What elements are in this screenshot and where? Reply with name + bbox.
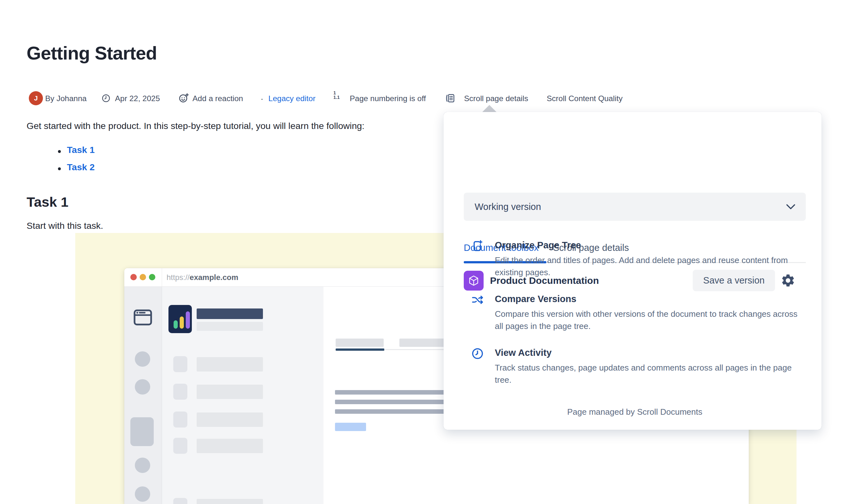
section-heading: Task 1: [26, 194, 68, 210]
page-numbering-icon: 1 1.1: [333, 91, 340, 100]
mock-row-thumb: [173, 384, 187, 400]
mock-avatar-circle: [135, 458, 150, 473]
clock-icon: [101, 94, 111, 103]
bullet-icon: [58, 150, 61, 153]
traffic-light-red-icon: [130, 274, 137, 280]
traffic-lights: [130, 274, 155, 280]
byline-date: Apr 22, 2025: [115, 94, 160, 103]
byline-author: By Johanna: [45, 94, 87, 103]
mock-subtitle-bar: [197, 322, 263, 331]
mock-avatar-circle: [135, 486, 150, 502]
byline-separator: ·: [260, 93, 264, 104]
task-1-link[interactable]: Task 1: [67, 145, 95, 155]
mock-sidebar: [124, 287, 162, 504]
cube-icon: [468, 275, 480, 287]
mock-row-thumb: [173, 356, 187, 372]
mock-title-bar: [197, 309, 263, 319]
mock-app-logo: [168, 305, 192, 333]
mock-active-tab-underline: [336, 348, 384, 351]
organize-page-tree-description: Edit the order and titles of pages. Add …: [495, 254, 802, 278]
chevron-down-icon: [786, 204, 796, 210]
mock-row-thumb: [173, 412, 187, 427]
intro-paragraph: Get started with the product. In this st…: [26, 121, 365, 131]
avatar[interactable]: J: [29, 91, 43, 105]
organize-page-tree-title: Organize Page Tree: [495, 240, 581, 251]
add-reaction-icon: [178, 92, 189, 103]
mock-selected-item: [130, 417, 154, 446]
mock-url-host: example.com: [190, 273, 238, 282]
compare-versions-description: Compare this version with other versions…: [495, 308, 802, 332]
view-activity-icon: [471, 347, 484, 360]
mock-list-panel: [162, 287, 324, 504]
organize-page-tree-icon: [471, 239, 484, 253]
popup-caret-icon: [482, 105, 497, 113]
mock-row-thumb: [173, 498, 187, 504]
task-2-link[interactable]: Task 2: [67, 162, 95, 172]
add-reaction-label: Add a reaction: [192, 94, 243, 103]
compare-versions-icon: [471, 293, 484, 307]
document-toolbox-popup: Document toolbox Scroll page details Pro…: [444, 112, 821, 430]
page-numbering-status[interactable]: Page numbering is off: [350, 94, 426, 103]
avatar-initial: J: [34, 94, 38, 102]
scroll-page-details-icon: [445, 92, 456, 104]
scroll-page-details-button[interactable]: Scroll page details: [464, 94, 528, 103]
section-text: Start with this task.: [26, 220, 103, 231]
version-select-value: Working version: [475, 202, 541, 212]
mock-row-thumb: [173, 438, 187, 454]
mock-blue-button: [335, 423, 366, 431]
mock-tab-bar: [336, 339, 384, 347]
legacy-editor-link[interactable]: Legacy editor: [268, 94, 315, 103]
page-title: Getting Started: [26, 42, 157, 64]
compare-versions-title: Compare Versions: [495, 294, 577, 304]
traffic-light-green-icon: [149, 274, 155, 280]
browser-window-icon: [133, 308, 153, 327]
topbar-divider: [162, 268, 162, 286]
mock-row-bar: [197, 385, 263, 399]
mock-avatar-circle: [135, 379, 150, 394]
mock-row-bar: [197, 439, 263, 453]
product-documentation-icon: [464, 271, 484, 290]
version-select[interactable]: Working version: [464, 193, 806, 221]
mock-row-bar: [197, 357, 263, 371]
confluence-page: Getting Started J By Johanna Apr 22, 202…: [0, 0, 866, 504]
mock-url-scheme: https://: [167, 273, 190, 282]
bullet-icon: [58, 167, 61, 170]
mock-url: https://example.com: [167, 273, 238, 282]
scroll-content-quality-button[interactable]: Scroll Content Quality: [547, 94, 623, 103]
mock-row-bar: [197, 412, 263, 427]
view-activity-title: View Activity: [495, 347, 552, 358]
mock-avatar-circle: [135, 351, 150, 367]
popup-footer: Page managed by Scroll Documents: [464, 407, 806, 417]
view-activity-description: Track status changes, page updates and c…: [495, 362, 802, 386]
mock-row-bar: [197, 499, 263, 504]
traffic-light-yellow-icon: [140, 274, 146, 280]
